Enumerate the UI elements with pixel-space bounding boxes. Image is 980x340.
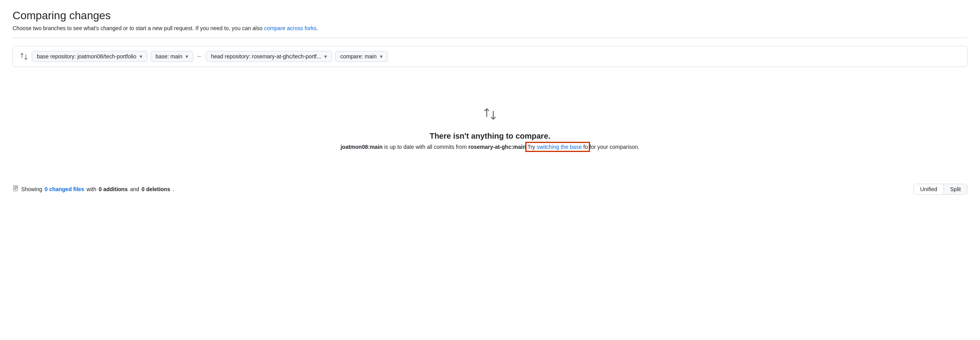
compare-branch-caret-icon: ▾ xyxy=(380,53,383,60)
compare-bar: base repository: joatmon08/tech-portfoli… xyxy=(13,46,967,67)
changed-files-link[interactable]: 0 changed files xyxy=(45,186,84,192)
empty-state-description: joatmon08:main is up to date with all co… xyxy=(341,144,640,150)
compare-arrows-icon xyxy=(19,52,29,61)
switching-base-link[interactable]: switching the base xyxy=(537,144,582,150)
view-buttons: Unified Split xyxy=(913,184,967,195)
base-repo-caret-icon: ▾ xyxy=(140,53,142,60)
divider xyxy=(13,38,967,38)
base-repository-select[interactable]: base repository: joatmon08/tech-portfoli… xyxy=(32,51,147,62)
base-branch-select[interactable]: base: main ▾ xyxy=(151,51,193,62)
unified-view-button[interactable]: Unified xyxy=(914,184,944,194)
page-title: Comparing changes xyxy=(13,9,967,22)
head-repository-select[interactable]: head repository: rosemary-at-ghc/tech-po… xyxy=(206,51,332,62)
base-branch-caret-icon: ▾ xyxy=(185,53,188,60)
split-view-button[interactable]: Split xyxy=(944,184,967,194)
bottom-bar: Showing 0 changed files with 0 additions… xyxy=(13,177,967,195)
head-repo-caret-icon: ▾ xyxy=(324,53,327,60)
compare-across-forks-link[interactable]: compare across forks xyxy=(264,25,317,31)
page-subtitle: Choose two branches to see what's change… xyxy=(13,25,967,31)
empty-state-title: There isn't anything to compare. xyxy=(430,132,550,141)
left-arrow-icon: ← xyxy=(196,53,203,60)
file-diff-icon xyxy=(13,185,19,193)
empty-state: There isn't anything to compare. joatmon… xyxy=(13,83,967,166)
empty-compare-icon xyxy=(482,106,498,125)
files-info: Showing 0 changed files with 0 additions… xyxy=(13,185,174,193)
compare-branch-select[interactable]: compare: main ▾ xyxy=(335,51,388,62)
switching-base-highlight: Try switching the base fo xyxy=(527,144,588,150)
